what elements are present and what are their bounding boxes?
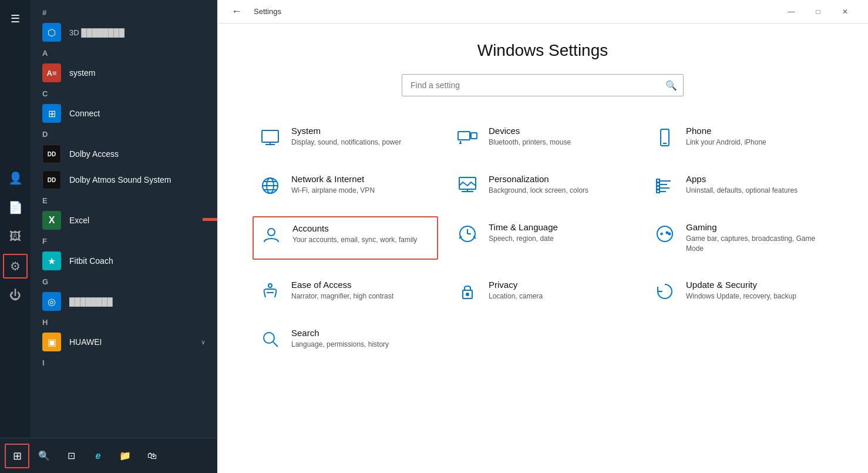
phone-title: Phone [686, 126, 766, 136]
time-title: Time & Language [489, 222, 558, 232]
hamburger-button[interactable]: ☰ [0, 5, 31, 33]
app-icon-fitbit: ★ [42, 251, 61, 270]
settings-search-input[interactable] [402, 76, 660, 95]
start-button[interactable]: ⊞ [5, 444, 29, 468]
gaming-title: Gaming [686, 222, 827, 232]
store-taskbar-button[interactable]: 🛍 [140, 444, 164, 468]
section-header-e: E [31, 193, 217, 207]
section-header-d: D [31, 126, 217, 141]
app-item-fitbit[interactable]: ★ Fitbit Coach [31, 248, 217, 274]
updatesecurity-title: Update & Security [686, 280, 796, 290]
settings-search-button[interactable]: 🔍 [660, 75, 683, 96]
settings-content: Windows Settings 🔍 System Display, s [217, 24, 868, 473]
svg-rect-24 [657, 183, 660, 186]
settings-item-updatesecurity[interactable]: Update & Security Windows Update, recove… [647, 274, 833, 308]
accounts-desc: Your accounts, email, sync, work, family [292, 235, 417, 245]
apps-icon [653, 175, 677, 196]
settings-item-accounts[interactable]: Accounts Your accounts, email, sync, wor… [253, 216, 438, 260]
app-item-dolby-access[interactable]: DD Dolby Access [31, 141, 217, 167]
network-icon [258, 175, 282, 196]
task-view-button[interactable]: ⊡ [59, 444, 83, 468]
minimize-button[interactable]: — [778, 2, 805, 21]
start-sidebar: ☰ 👤 📄 🖼 ⚙ ⏻ [0, 0, 31, 438]
titlebar-title: Settings [254, 7, 281, 16]
privacy-desc: Location, camera [489, 291, 543, 301]
app-icon-dolby-atmos: DD [42, 170, 61, 189]
devices-title: Devices [489, 126, 571, 136]
app-list: # ⬡ 3D ████████ A A≡ system C ⊞ Connect … [31, 0, 217, 438]
app-icon-3d: ⬡ [42, 23, 61, 42]
settings-titlebar: ← Settings — □ ✕ [217, 0, 868, 24]
time-icon [456, 223, 479, 244]
settings-item-system[interactable]: System Display, sound, notifications, po… [253, 120, 438, 154]
apps-desc: Uninstall, defaults, optional features [686, 186, 798, 196]
start-taskbar: ⊞ 🔍 ⊡ e 📁 🛍 [0, 438, 217, 473]
personalization-title: Personalization [489, 174, 588, 184]
easeofaccess-title: Ease of Access [291, 280, 393, 290]
app-item-huawei[interactable]: ▣ HUAWEI ∨ [31, 329, 217, 355]
app-item-dolby-atmos[interactable]: DD Dolby Atmos Sound System [31, 167, 217, 193]
window-controls: — □ ✕ [778, 2, 859, 21]
svg-point-36 [667, 232, 668, 234]
settings-item-personalization[interactable]: Personalization Background, lock screen,… [450, 168, 635, 202]
svg-line-42 [273, 342, 278, 347]
app-icon-huawei: ▣ [42, 333, 61, 351]
start-menu: ☰ 👤 📄 🖼 ⚙ ⏻ # ⬡ 3D ████████ A A≡ system [0, 0, 217, 473]
settings-item-easeofaccess[interactable]: Ease of Access Narrator, magnifier, high… [253, 274, 438, 308]
app-item-connect[interactable]: ⊞ Connect [31, 100, 217, 126]
accounts-icon [260, 224, 283, 246]
settings-item-phone[interactable]: Phone Link your Android, iPhone [647, 120, 833, 154]
svg-rect-25 [657, 186, 660, 189]
svg-rect-23 [657, 179, 660, 182]
system-icon [258, 127, 282, 148]
settings-item-time[interactable]: Time & Language Speech, region, date [450, 216, 635, 260]
svg-point-27 [268, 229, 275, 236]
search-settings-title: Search [291, 328, 389, 338]
search-taskbar-button[interactable]: 🔍 [32, 444, 56, 468]
settings-sidebar-icon[interactable]: ⚙ [3, 254, 28, 279]
settings-item-gaming[interactable]: Gaming Game bar, captures, broadcasting,… [647, 216, 833, 260]
updatesecurity-desc: Windows Update, recovery, backup [686, 291, 796, 301]
svg-rect-5 [458, 132, 470, 140]
network-title: Network & Internet [291, 174, 375, 184]
explorer-taskbar-button[interactable]: 📁 [113, 444, 137, 468]
power-sidebar-icon[interactable]: ⏻ [3, 283, 28, 308]
app-icon-connect: ⊞ [42, 104, 61, 123]
svg-point-41 [264, 333, 274, 343]
app-item-3d[interactable]: ⬡ 3D ████████ [31, 19, 217, 45]
system-desc: Display, sound, notifications, power [291, 137, 401, 147]
app-icon-g: ◎ [42, 292, 61, 311]
privacy-icon [456, 281, 479, 302]
back-button[interactable]: ← [227, 3, 247, 20]
gaming-desc: Game bar, captures, broadcasting, Game M… [686, 234, 827, 254]
time-desc: Speech, region, date [489, 234, 558, 244]
section-header-a: A [31, 45, 217, 60]
pictures-sidebar-icon[interactable]: 🖼 [3, 224, 28, 249]
documents-sidebar-icon[interactable]: 📄 [3, 195, 28, 220]
close-button[interactable]: ✕ [832, 2, 859, 21]
search-settings-desc: Language, permissions, history [291, 340, 389, 350]
settings-item-search[interactable]: Search Language, permissions, history [253, 322, 438, 356]
app-item-excel[interactable]: X Excel [31, 207, 217, 233]
user-sidebar-icon[interactable]: 👤 [3, 166, 28, 190]
section-header-f: F [31, 233, 217, 248]
settings-item-network[interactable]: Network & Internet Wi-Fi, airplane mode,… [253, 168, 438, 202]
svg-rect-26 [657, 190, 660, 193]
svg-point-37 [669, 233, 671, 235]
app-item-access[interactable]: A≡ system [31, 60, 217, 86]
settings-item-privacy[interactable]: Privacy Location, camera [450, 274, 635, 308]
devices-desc: Bluetooth, printers, mouse [489, 137, 571, 147]
svg-rect-2 [262, 130, 278, 142]
app-icon-dolby-access: DD [42, 145, 61, 163]
maximize-button[interactable]: □ [805, 2, 832, 21]
edge-taskbar-button[interactable]: e [86, 444, 110, 468]
privacy-title: Privacy [489, 280, 543, 290]
settings-grid: System Display, sound, notifications, po… [253, 120, 833, 356]
svg-point-38 [268, 284, 272, 287]
svg-point-40 [466, 293, 469, 296]
settings-main-title: Windows Settings [253, 41, 833, 60]
settings-item-devices[interactable]: Devices Bluetooth, printers, mouse [450, 120, 635, 154]
settings-item-apps[interactable]: Apps Uninstall, defaults, optional featu… [647, 168, 833, 202]
easeofaccess-desc: Narrator, magnifier, high contrast [291, 291, 393, 301]
app-item-g[interactable]: ◎ ████████ [31, 289, 217, 314]
